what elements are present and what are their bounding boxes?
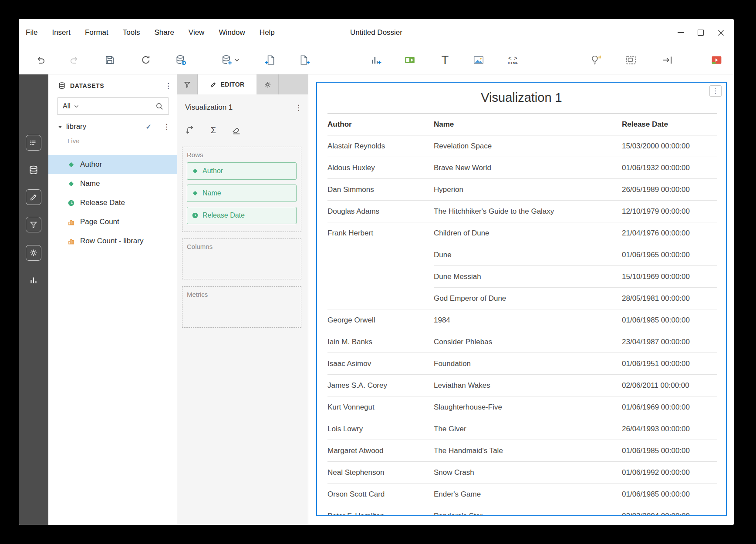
cell-author[interactable]: Peter F. Hamilton (327, 505, 434, 517)
cell-name[interactable]: The Giver (434, 418, 622, 440)
cell-release-date[interactable]: 01/06/1985 00:00:00 (622, 440, 717, 462)
dataset-filter-dropdown[interactable]: All (57, 102, 84, 110)
contents-panel-button[interactable] (26, 135, 41, 151)
cell-author[interactable]: James S.A. Corey (327, 375, 434, 396)
maximize-button[interactable] (694, 19, 708, 46)
dataset-menu-button[interactable]: ⋮ (163, 123, 170, 131)
visualization-menu-button[interactable]: ⋮ (709, 85, 722, 97)
cell-release-date[interactable]: 01/06/1965 00:00:00 (622, 244, 717, 266)
insert-visualization-button[interactable] (367, 51, 385, 69)
dataset-field-page-count[interactable]: Page Count (48, 212, 177, 232)
cell-author[interactable]: Iain M. Banks (327, 331, 434, 353)
cell-name[interactable]: Foundation (434, 353, 622, 375)
dataset-field-release-date[interactable]: Release Date (48, 193, 177, 212)
clear-button[interactable] (230, 124, 243, 136)
menu-file[interactable]: File (26, 28, 37, 37)
insert-chapter-button[interactable] (296, 51, 313, 69)
cell-release-date[interactable]: 01/06/1951 00:00:00 (622, 353, 717, 375)
insert-html-button[interactable]: < > HTML (501, 51, 525, 69)
insert-image-button[interactable] (470, 51, 487, 69)
cell-release-date[interactable]: 01/06/1985 00:00:00 (622, 309, 717, 331)
menu-view[interactable]: View (189, 28, 205, 37)
cell-release-date[interactable]: 21/04/1976 00:00:00 (622, 222, 717, 244)
totals-button[interactable]: Σ (207, 124, 219, 136)
cell-name[interactable]: Hyperion (434, 179, 622, 201)
cell-name[interactable]: The Handmaid's Tale (434, 440, 622, 462)
cell-author[interactable]: Aldous Huxley (327, 157, 434, 179)
cell-name[interactable]: Snow Crash (434, 462, 622, 484)
dataset-library-row[interactable]: library ✓ ⋮ (48, 119, 177, 134)
cell-name[interactable]: 1984 (434, 309, 622, 331)
redo-button[interactable] (66, 51, 83, 69)
dataset-field-author[interactable]: Author (48, 155, 177, 174)
columns-drop-zone[interactable]: Columns (182, 238, 301, 279)
cell-release-date[interactable]: 26/04/1993 00:00:00 (622, 418, 717, 440)
cell-release-date[interactable]: 01/06/1992 00:00:00 (622, 462, 717, 484)
menu-format[interactable]: Format (85, 28, 108, 37)
rows-drop-zone[interactable]: Rows AuthorNameRelease Date (182, 147, 301, 232)
collapse-panels-button[interactable] (658, 51, 676, 69)
cell-release-date[interactable]: 01/06/1969 00:00:00 (622, 396, 717, 418)
cell-author[interactable]: Alastair Reynolds (327, 135, 434, 157)
column-header-name[interactable]: Name (434, 114, 622, 135)
settings-panel-button[interactable] (26, 245, 41, 261)
close-button[interactable] (714, 19, 728, 46)
tab-filter[interactable] (177, 74, 198, 94)
cell-name[interactable]: The Hitchhiker's Guide to the Galaxy (434, 201, 622, 222)
cell-name[interactable]: Dune (434, 244, 622, 266)
rows-chip-name[interactable]: Name (187, 185, 297, 202)
swap-axes-button[interactable] (184, 124, 196, 136)
insert-text-button[interactable]: T (436, 51, 454, 69)
undo-button[interactable] (32, 51, 49, 69)
insert-filter-button[interactable] (401, 51, 418, 69)
editor-visualization-menu-button[interactable]: ⋮ (295, 104, 302, 111)
menu-window[interactable]: Window (219, 28, 245, 37)
cell-author[interactable]: Orson Scott Card (327, 484, 434, 505)
cell-author[interactable]: Dan Simmons (327, 179, 434, 201)
cell-name[interactable]: Revelation Space (434, 135, 622, 157)
column-header-author[interactable]: Author (327, 114, 434, 135)
menu-share[interactable]: Share (154, 28, 174, 37)
tab-editor[interactable]: EDITOR (198, 74, 256, 94)
menu-help[interactable]: Help (260, 28, 275, 37)
dataset-status-button[interactable] (172, 51, 189, 69)
cell-author[interactable]: Kurt Vonnegut (327, 396, 434, 418)
cell-release-date[interactable]: 15/03/2000 00:00:00 (622, 135, 717, 157)
cell-release-date[interactable]: 02/03/2004 00:00:00 (622, 505, 717, 517)
cell-name[interactable]: Dune Messiah (434, 266, 622, 288)
free-form-layout-button[interactable] (622, 51, 640, 69)
cell-release-date[interactable]: 26/05/1989 00:00:00 (622, 179, 717, 201)
menu-tools[interactable]: Tools (123, 28, 140, 37)
cell-name[interactable]: Ender's Game (434, 484, 622, 505)
cell-name[interactable]: Children of Dune (434, 222, 622, 244)
insights-button[interactable] (587, 51, 604, 69)
save-button[interactable] (101, 51, 118, 69)
cell-name[interactable]: Brave New World (434, 157, 622, 179)
datasets-panel-button[interactable] (26, 162, 41, 178)
cell-name[interactable]: God Emperor of Dune (434, 288, 622, 309)
refresh-button[interactable] (137, 51, 155, 69)
cell-name[interactable]: Slaughterhouse-Five (434, 396, 622, 418)
cell-release-date[interactable]: 23/04/1987 00:00:00 (622, 331, 717, 353)
cell-name[interactable]: Leviathan Wakes (434, 375, 622, 396)
cell-author[interactable]: Margaret Atwood (327, 440, 434, 462)
dataset-field-name[interactable]: Name (48, 174, 177, 193)
cell-author[interactable]: George Orwell (327, 309, 434, 331)
cell-release-date[interactable]: 15/10/1969 00:00:00 (622, 266, 717, 288)
canvas[interactable]: ⋮ Visualization 1 AuthorNameRelease Date… (308, 74, 734, 525)
cell-name[interactable]: Consider Phlebas (434, 331, 622, 353)
metrics-drop-zone[interactable]: Metrics (182, 286, 301, 328)
cell-author[interactable]: Frank Herbert (327, 222, 434, 309)
visualization-card[interactable]: ⋮ Visualization 1 AuthorNameRelease Date… (316, 82, 727, 516)
chart-panel-button[interactable] (26, 272, 41, 288)
add-data-button[interactable] (214, 51, 247, 69)
tab-settings[interactable] (256, 74, 279, 94)
present-button[interactable] (708, 51, 725, 69)
rows-chip-release-date[interactable]: Release Date (187, 207, 297, 224)
insert-page-button[interactable] (262, 51, 279, 69)
column-header-release-date[interactable]: Release Date (622, 114, 717, 135)
cell-release-date[interactable]: 01/06/1932 00:00:00 (622, 157, 717, 179)
cell-author[interactable]: Douglas Adams (327, 201, 434, 222)
editor-panel-button[interactable] (26, 189, 41, 205)
cell-author[interactable]: Lois Lowry (327, 418, 434, 440)
